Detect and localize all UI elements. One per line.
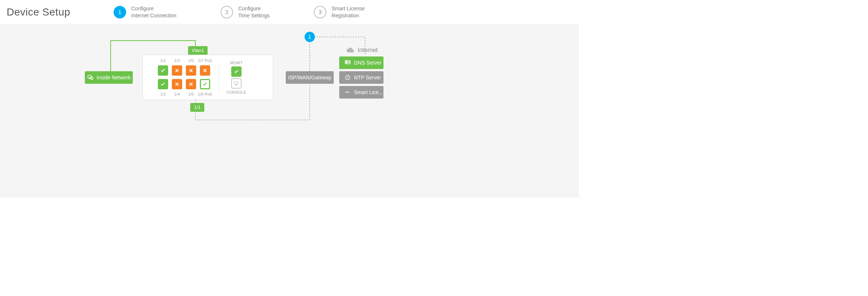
- internet-label: Internet: [346, 46, 378, 54]
- cloud-icon: [346, 46, 355, 54]
- step-2[interactable]: 2 ConfigureTime Settings: [221, 5, 270, 19]
- outside-tag: 1/1: [190, 103, 204, 112]
- vlan-tag: Vlan1: [188, 46, 208, 55]
- page-title: Device Setup: [7, 6, 114, 18]
- port-1-7[interactable]: [200, 65, 210, 76]
- port-label-1-7: 1/7 PoE: [198, 58, 212, 63]
- topology-canvas: Vlan1 1/1 Inside Network 1/1 1/3 1/5 1/7…: [0, 24, 579, 197]
- port-console[interactable]: [231, 78, 242, 89]
- port-grid: 1/1 1/3 1/5 1/7 PoE 1/2 1/4 1/6 1/8 PoE: [157, 58, 211, 97]
- step-1[interactable]: 1 ConfigureInternet Connection: [114, 5, 176, 19]
- port-label-1-3: 1/3: [174, 58, 180, 63]
- port-mgmt[interactable]: [231, 66, 242, 77]
- inside-network-label: Inside Network: [97, 75, 131, 80]
- port-label-1-2: 1/2: [160, 92, 166, 96]
- svg-point-5: [346, 61, 347, 62]
- step-3-label: Smart LicenseRegistration: [331, 5, 364, 19]
- ntp-server-label: NTP Server: [354, 75, 381, 80]
- cisco-icon: [344, 89, 351, 96]
- step-3-number: 3: [314, 6, 326, 18]
- network-icon: [87, 74, 94, 81]
- port-1-3[interactable]: [172, 65, 182, 76]
- port-1-2[interactable]: [158, 79, 168, 89]
- clock-icon: [344, 74, 351, 81]
- wiring-lines: [0, 24, 579, 197]
- management-column: MGMT CONSOLE: [226, 61, 246, 94]
- svg-rect-2: [235, 82, 238, 85]
- step-1-label: ConfigureInternet Connection: [131, 5, 176, 19]
- smart-license-button[interactable]: Smart Lice...: [339, 86, 383, 99]
- step-2-label: ConfigureTime Settings: [238, 5, 270, 19]
- port-divider: [219, 63, 219, 92]
- port-label-1-5: 1/5: [188, 58, 194, 63]
- step-3[interactable]: 3 Smart LicenseRegistration: [314, 5, 364, 19]
- port-label-1-6: 1/6: [188, 92, 194, 96]
- inside-network-button[interactable]: Inside Network: [85, 71, 133, 84]
- header: Device Setup 1 ConfigureInternet Connect…: [0, 0, 579, 24]
- step-2-number: 2: [221, 6, 233, 18]
- svg-point-6: [346, 63, 347, 63]
- ntp-server-button[interactable]: NTP Server: [339, 71, 383, 84]
- isp-wan-gateway-button[interactable]: ISP/WAN/Gateway: [286, 71, 334, 84]
- isp-label: ISP/WAN/Gateway: [288, 75, 331, 80]
- port-1-8[interactable]: [200, 79, 210, 89]
- step-1-number: 1: [114, 6, 126, 18]
- mgmt-label: MGMT: [230, 61, 243, 65]
- port-1-4[interactable]: [172, 79, 182, 89]
- smart-license-label: Smart Lice...: [354, 89, 383, 95]
- console-label: CONSOLE: [226, 90, 246, 94]
- wizard-steps: 1 ConfigureInternet Connection 2 Configu…: [114, 5, 365, 19]
- dns-server-button[interactable]: DNS Server: [339, 56, 383, 69]
- port-1-1[interactable]: [158, 65, 168, 76]
- port-label-1-1: 1/1: [160, 58, 166, 63]
- port-1-5[interactable]: [186, 65, 196, 76]
- port-1-6[interactable]: [186, 79, 196, 89]
- server-icon: [344, 59, 351, 66]
- device-card: 1/1 1/3 1/5 1/7 PoE 1/2 1/4 1/6 1/8 PoE …: [142, 55, 273, 100]
- dns-server-label: DNS Server: [354, 60, 382, 66]
- port-label-1-4: 1/4: [174, 92, 180, 96]
- step-badge: 1: [305, 32, 315, 42]
- port-label-1-8: 1/8 PoE: [198, 92, 212, 96]
